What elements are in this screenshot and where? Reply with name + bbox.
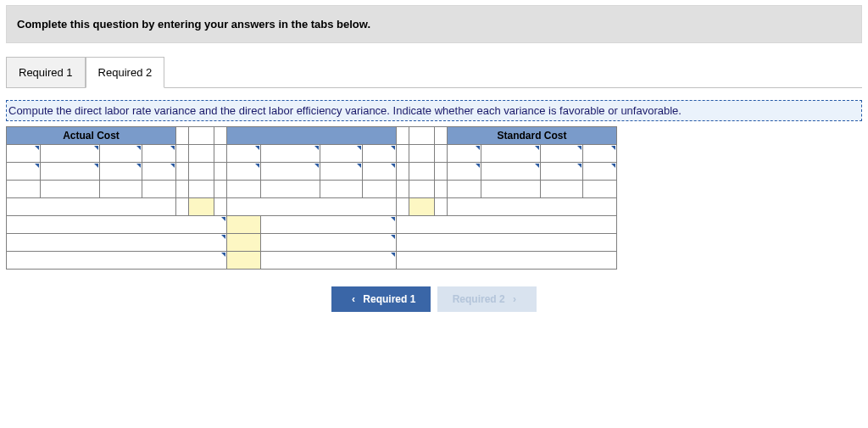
chevron-right-icon: ›: [508, 293, 521, 305]
yellow-spacer-1[interactable]: [189, 198, 214, 216]
instruction-text: Complete this question by entering your …: [17, 18, 370, 31]
a1c1[interactable]: [7, 145, 41, 163]
sub-instruction-bar: Compute the direct labor rate variance a…: [6, 100, 862, 121]
c1c1[interactable]: [448, 145, 481, 163]
var2-right[interactable]: [397, 234, 617, 252]
c2c2[interactable]: [481, 163, 541, 181]
chevron-left-icon: ‹: [347, 293, 360, 305]
header-standard-cost: Standard Cost: [448, 127, 617, 145]
b1c4[interactable]: [363, 145, 397, 163]
a2c2[interactable]: [41, 163, 100, 181]
a1c4[interactable]: [142, 145, 176, 163]
var1-left[interactable]: [7, 216, 227, 234]
var3-left[interactable]: [7, 252, 227, 270]
b2c2[interactable]: [261, 163, 320, 181]
header-actual-cost: Actual Cost: [7, 127, 176, 145]
var1-mid-dd[interactable]: [261, 216, 397, 234]
var3-mid-dd[interactable]: [261, 252, 397, 270]
c1c4[interactable]: [583, 145, 617, 163]
var1-mid-y[interactable]: [227, 216, 261, 234]
b1c3[interactable]: [320, 145, 363, 163]
a3[interactable]: [41, 181, 100, 198]
prev-button[interactable]: ‹ Required 1: [331, 286, 431, 312]
next-button: Required 2 ›: [437, 286, 537, 312]
tab-required-2[interactable]: Required 2: [86, 57, 165, 88]
var3-mid-y[interactable]: [227, 252, 261, 270]
b3[interactable]: [261, 181, 320, 198]
tabset: Required 1 Required 2: [6, 57, 862, 88]
b2c1[interactable]: [227, 163, 261, 181]
a2c3[interactable]: [100, 163, 142, 181]
a1c2[interactable]: [41, 145, 100, 163]
c2c4[interactable]: [583, 163, 617, 181]
c1c3[interactable]: [541, 145, 583, 163]
wide-a[interactable]: [7, 198, 176, 216]
var3-right[interactable]: [397, 252, 617, 270]
c2c1[interactable]: [448, 163, 481, 181]
header-mid: [227, 127, 397, 145]
c3[interactable]: [481, 181, 541, 198]
yellow-spacer-2[interactable]: [409, 198, 435, 216]
wide-c[interactable]: [448, 198, 617, 216]
next-label: Required 2: [453, 293, 505, 305]
b1c1[interactable]: [227, 145, 261, 163]
variance-table: Actual Cost Standard Cost: [6, 126, 617, 270]
a2c1[interactable]: [7, 163, 41, 181]
prev-label: Required 1: [363, 293, 415, 305]
instruction-bar: Complete this question by entering your …: [6, 5, 862, 43]
a1c3[interactable]: [100, 145, 142, 163]
var2-left[interactable]: [7, 234, 227, 252]
nav-buttons: ‹ Required 1 Required 2 ›: [6, 286, 862, 312]
b2c4[interactable]: [363, 163, 397, 181]
sub-instruction-text: Compute the direct labor rate variance a…: [8, 104, 682, 117]
var1-right[interactable]: [397, 216, 617, 234]
tab-required-1[interactable]: Required 1: [6, 57, 86, 88]
b1c2[interactable]: [261, 145, 320, 163]
tab-required-1-label: Required 1: [19, 66, 73, 79]
c1c2[interactable]: [481, 145, 541, 163]
var2-mid-y[interactable]: [227, 234, 261, 252]
var2-mid-dd[interactable]: [261, 234, 397, 252]
b2c3[interactable]: [320, 163, 363, 181]
a2c4[interactable]: [142, 163, 176, 181]
c2c3[interactable]: [541, 163, 583, 181]
tab-required-2-label: Required 2: [98, 66, 153, 79]
wide-b[interactable]: [227, 198, 397, 216]
